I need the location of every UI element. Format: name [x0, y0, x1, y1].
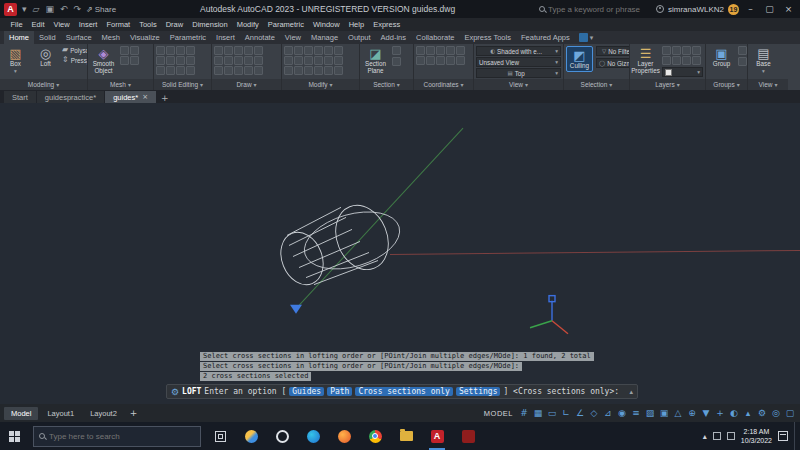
- draw-tool-icon[interactable]: [234, 46, 243, 55]
- section-tool-icon[interactable]: [392, 57, 401, 66]
- ribbon-tab-manage[interactable]: Manage: [306, 31, 343, 44]
- layer-tool-icon[interactable]: [662, 56, 671, 65]
- minimize-button[interactable]: –: [743, 0, 758, 18]
- file-tab-close-icon[interactable]: ×: [142, 93, 148, 101]
- solid-editing-tool-icon[interactable]: [176, 56, 185, 65]
- modify-tool-icon[interactable]: [314, 66, 323, 75]
- coordinates-tool-icon[interactable]: [426, 56, 435, 65]
- layout-tab-model[interactable]: Model: [4, 407, 38, 420]
- panel-label-solid-editing[interactable]: Solid Editing ▾: [154, 79, 211, 90]
- menu-file[interactable]: File: [6, 20, 27, 29]
- command-customize-icon[interactable]: ⚙: [171, 387, 179, 397]
- draw-tool-icon[interactable]: [224, 66, 233, 75]
- solid-editing-tool-icon[interactable]: [156, 66, 165, 75]
- drawing-area[interactable]: Select cross sections in lofting order o…: [0, 103, 800, 404]
- panel-label-mesh[interactable]: Mesh ▾: [88, 79, 153, 90]
- coordinates-tool-icon[interactable]: [446, 56, 455, 65]
- solid-editing-tool-icon[interactable]: [186, 56, 195, 65]
- new-file-tab-button[interactable]: +: [157, 93, 173, 103]
- menu-tools[interactable]: Tools: [135, 20, 162, 29]
- taskbar-app-firefox[interactable]: [332, 422, 356, 450]
- taskbar-search[interactable]: [33, 426, 201, 447]
- layout-tab-layout1[interactable]: Layout1: [40, 407, 81, 420]
- taskbar-search-input[interactable]: [49, 432, 195, 441]
- close-button[interactable]: ×: [781, 0, 796, 18]
- mesh-tool-icon[interactable]: [130, 56, 139, 65]
- menu-insert[interactable]: Insert: [74, 20, 102, 29]
- draw-tool-icon[interactable]: [254, 66, 263, 75]
- taskbar-app-opera[interactable]: [270, 422, 294, 450]
- view-orientation-dropdown[interactable]: ▤ Top ▾: [476, 68, 561, 78]
- panel-label-view[interactable]: View ▾: [474, 79, 563, 90]
- gizmo-dropdown[interactable]: ◯ No Gizmo ▾: [596, 58, 629, 68]
- command-option-cross-sections-only[interactable]: Cross sections only: [355, 387, 453, 396]
- solid-editing-tool-icon[interactable]: [166, 66, 175, 75]
- modify-tool-icon[interactable]: [294, 56, 303, 65]
- draw-tool-icon[interactable]: [244, 46, 253, 55]
- ribbon-tab-visualize[interactable]: Visualize: [125, 31, 165, 44]
- modify-tool-icon[interactable]: [324, 56, 333, 65]
- smooth-object-button[interactable]: ◈ Smooth Object: [90, 46, 117, 75]
- menu-format[interactable]: Format: [102, 20, 135, 29]
- loft-button[interactable]: ◎ Loft: [32, 46, 59, 68]
- annotation-scale-icon[interactable]: ▴: [742, 409, 754, 418]
- panel-label-section[interactable]: Section ▾: [360, 79, 413, 90]
- command-option-guides[interactable]: Guides: [289, 387, 324, 396]
- solid-editing-tool-icon[interactable]: [186, 66, 195, 75]
- solid-editing-tool-icon[interactable]: [166, 56, 175, 65]
- coordinates-tool-icon[interactable]: [446, 46, 455, 55]
- mesh-tool-icon[interactable]: [120, 56, 129, 65]
- tray-network-icon[interactable]: [713, 432, 721, 440]
- panel-label-groups[interactable]: Groups ▾: [706, 79, 747, 90]
- taskbar-app-autocad[interactable]: A: [425, 422, 449, 450]
- layer-tool-icon[interactable]: [692, 46, 701, 55]
- coordinates-tool-icon[interactable]: [456, 46, 465, 55]
- selection-cycling-icon[interactable]: ▣: [658, 409, 670, 418]
- draw-tool-icon[interactable]: [214, 46, 223, 55]
- draw-tool-icon[interactable]: [214, 56, 223, 65]
- modify-tool-icon[interactable]: [304, 56, 313, 65]
- signed-in-user[interactable]: simranaWLKN2: [668, 5, 724, 14]
- coordinates-tool-icon[interactable]: [456, 56, 465, 65]
- draw-tool-icon[interactable]: [234, 66, 243, 75]
- transparency-icon[interactable]: ▨: [644, 409, 656, 418]
- modify-tool-icon[interactable]: [304, 46, 313, 55]
- modify-tool-icon[interactable]: [334, 56, 343, 65]
- modify-tool-icon[interactable]: [304, 66, 313, 75]
- object-snap-icon[interactable]: ◉: [616, 409, 628, 418]
- layer-tool-icon[interactable]: [672, 46, 681, 55]
- ribbon-tab-surface[interactable]: Surface: [61, 31, 97, 44]
- ribbon-tab-solid[interactable]: Solid: [34, 31, 61, 44]
- coordinates-tool-icon[interactable]: [436, 46, 445, 55]
- solid-editing-tool-icon[interactable]: [156, 46, 165, 55]
- taskbar-clock[interactable]: 2:18 AM 10/3/2022: [741, 427, 772, 445]
- layer-tool-icon[interactable]: [672, 56, 681, 65]
- menu-edit[interactable]: Edit: [27, 20, 49, 29]
- workspace-switching-icon[interactable]: ⚙: [756, 409, 768, 418]
- panel-label-modify[interactable]: Modify ▾: [282, 79, 359, 90]
- model-space-label[interactable]: MODEL: [484, 409, 513, 418]
- menu-express[interactable]: Express: [369, 20, 405, 29]
- modify-tool-icon[interactable]: [314, 56, 323, 65]
- modify-tool-icon[interactable]: [324, 66, 333, 75]
- modify-tool-icon[interactable]: [294, 66, 303, 75]
- ribbon-tab-express-tools[interactable]: Express Tools: [459, 31, 516, 44]
- modify-tool-icon[interactable]: [284, 46, 293, 55]
- taskbar-app-edge[interactable]: [301, 422, 325, 450]
- layer-tool-icon[interactable]: [682, 46, 691, 55]
- selection-filter-dropdown[interactable]: ▽ No Filter ▾: [596, 46, 629, 56]
- modify-tool-icon[interactable]: [324, 46, 333, 55]
- undo-icon[interactable]: ↶: [59, 5, 69, 14]
- command-option-settings[interactable]: Settings: [456, 387, 501, 396]
- panel-label-view-base[interactable]: View ▾: [748, 79, 788, 90]
- annotation-visibility-icon[interactable]: ◐: [728, 409, 740, 418]
- solid-editing-tool-icon[interactable]: [166, 46, 175, 55]
- selection-filtering-icon[interactable]: ▼: [700, 409, 712, 418]
- ribbon-display-toggle[interactable]: ▾: [579, 31, 594, 44]
- isometric-drafting-icon[interactable]: ◇: [588, 409, 600, 418]
- base-button[interactable]: ▤ Base ▾: [750, 46, 777, 74]
- ribbon-tab-collaborate[interactable]: Collaborate: [411, 31, 459, 44]
- ribbon-tab-parametric[interactable]: Parametric: [165, 31, 211, 44]
- group-button[interactable]: ▣ Group: [708, 46, 735, 68]
- draw-tool-icon[interactable]: [214, 66, 223, 75]
